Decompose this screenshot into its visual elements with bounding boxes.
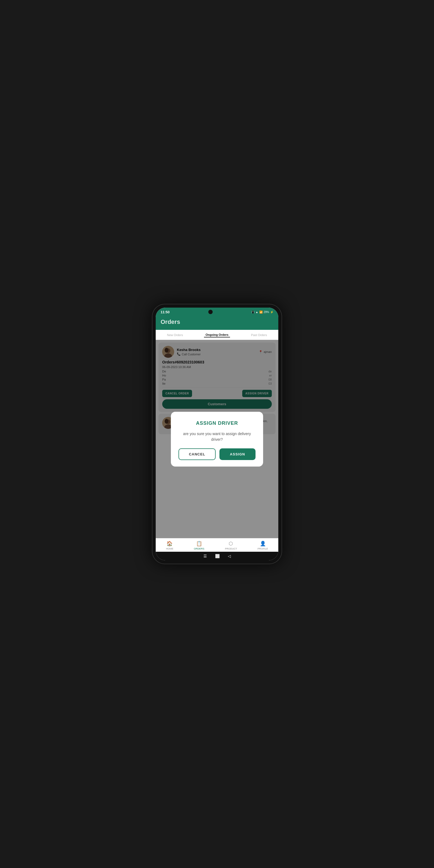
home-button[interactable]: ⬜ <box>215 554 220 558</box>
modal-cancel-button[interactable]: CANCEL <box>179 448 216 460</box>
orders-label: ORDERS <box>194 547 205 550</box>
tabs-bar: New Orders Ongoing Orders Past Orders <box>156 330 278 340</box>
app-header: Orders <box>156 316 278 330</box>
bottom-nav: 🏠 HOME 📋 ORDERS ⬡ PRODUCT 👤 PROFILE <box>156 538 278 552</box>
phone-screen: 11:50 📳 ▲ 📶 29% ⚡ Orders New Orders Ongo… <box>156 308 278 560</box>
battery-text: 29% <box>264 311 269 314</box>
profile-label: PROFILE <box>258 547 268 550</box>
orders-icon: 📋 <box>196 540 202 547</box>
modal-buttons: CANCEL ASSIGN <box>179 448 255 460</box>
modal-title: ASSIGN DRIVER <box>196 421 238 426</box>
status-time: 11:50 <box>161 310 169 314</box>
app-title: Orders <box>161 318 273 326</box>
tab-new-orders[interactable]: New Orders <box>165 333 185 337</box>
home-label: HOME <box>166 547 173 550</box>
tab-ongoing-orders[interactable]: Ongoing Orders <box>204 333 230 337</box>
back-button[interactable]: ◁ <box>228 554 231 558</box>
nav-home[interactable]: 🏠 HOME <box>166 540 173 550</box>
vibrate-icon: 📳 <box>251 311 254 314</box>
status-icons: 📳 ▲ 📶 29% ⚡ <box>251 311 273 314</box>
status-bar: 11:50 📳 ▲ 📶 29% ⚡ <box>156 308 278 316</box>
modal-message: are you sure you want to assign delivery… <box>179 431 255 442</box>
camera-notch <box>208 310 213 314</box>
product-icon: ⬡ <box>229 540 233 547</box>
menu-button[interactable]: ☰ <box>204 554 207 558</box>
product-label: PRODUCT <box>225 547 237 550</box>
nav-profile[interactable]: 👤 PROFILE <box>258 540 268 550</box>
content-area: Kesha Brooks 📞 Call Customer 📍 ajman Ord… <box>156 340 278 538</box>
battery-icon: ⚡ <box>270 311 273 314</box>
nav-orders[interactable]: 📋 ORDERS <box>194 540 205 550</box>
home-icon: 🏠 <box>166 540 173 547</box>
wifi-icon: ▲ <box>255 311 258 314</box>
tab-past-orders[interactable]: Past Orders <box>250 333 269 337</box>
modal-assign-button[interactable]: ASSIGN <box>219 448 255 460</box>
modal-overlay: ASSIGN DRIVER are you sure you want to a… <box>156 340 278 538</box>
profile-icon: 👤 <box>260 540 266 547</box>
assign-driver-modal: ASSIGN DRIVER are you sure you want to a… <box>171 412 263 467</box>
phone-frame: 11:50 📳 ▲ 📶 29% ⚡ Orders New Orders Ongo… <box>152 304 282 564</box>
system-nav: ☰ ⬜ ◁ <box>156 552 278 560</box>
signal-icon: 📶 <box>259 311 262 314</box>
nav-product[interactable]: ⬡ PRODUCT <box>225 540 237 550</box>
